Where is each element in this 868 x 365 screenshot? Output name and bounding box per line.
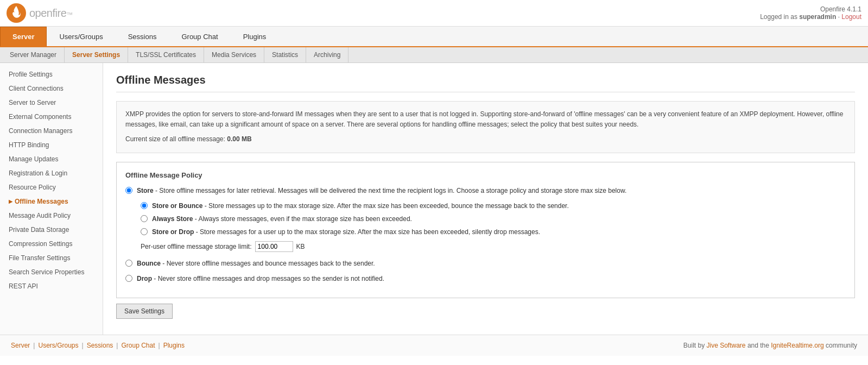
footer-links: Server | Users/Groups | Sessions | Group… <box>11 342 185 349</box>
ignite-realtime-link[interactable]: IgniteRealtime.org <box>771 342 823 349</box>
sub-option-row-store-or-bounce: Store or Bounce - Store messages up to t… <box>141 201 846 211</box>
sidebar-item-server-to-server[interactable]: Server to Server <box>0 96 103 110</box>
info-box: XMPP provides the option for servers to … <box>116 101 855 153</box>
option-bounce-label: Bounce - Never store offline messages an… <box>137 259 375 268</box>
logo-suffix: ™ <box>66 11 73 18</box>
option-bounce-desc: - Never store offline messages and bounc… <box>161 260 375 267</box>
description-text: XMPP provides the option for servers to … <box>125 109 846 130</box>
sidebar-item-connection-managers[interactable]: Connection Managers <box>0 124 103 138</box>
sub-option-store-or-bounce-label: Store or Bounce - Store messages up to t… <box>152 201 569 211</box>
sidebar-item-message-audit-policy[interactable]: Message Audit Policy <box>0 209 103 223</box>
footer-link-server[interactable]: Server <box>11 342 30 349</box>
current-size: Current size of all offline message: 0.0… <box>125 134 846 144</box>
sub-nav: Server Manager Server Settings TLS/SSL C… <box>0 47 868 63</box>
main-nav: Server Users/Groups Sessions Group Chat … <box>0 27 868 47</box>
footer: Server | Users/Groups | Sessions | Group… <box>0 335 868 356</box>
save-settings-button[interactable]: Save Settings <box>116 304 173 319</box>
nav-tab-server[interactable]: Server <box>0 27 47 46</box>
jive-software-link[interactable]: Jive Software <box>707 342 746 349</box>
sidebar-item-resource-policy[interactable]: Resource Policy <box>0 180 103 194</box>
sidebar-item-file-transfer-settings[interactable]: File Transfer Settings <box>0 251 103 265</box>
sidebar-item-rest-api[interactable]: REST API <box>0 279 103 293</box>
option-bounce-name: Bounce <box>137 260 161 267</box>
sub-option-always-store-desc: - Always store messages, even if the max… <box>193 215 412 223</box>
radio-bounce[interactable] <box>125 260 132 267</box>
option-drop-label: Drop - Never store offline messages and … <box>137 274 384 284</box>
logout-link[interactable]: Logout <box>841 13 861 21</box>
footer-sep-1: | <box>33 342 35 349</box>
sub-option-row-always-store: Always Store - Always store messages, ev… <box>141 214 846 224</box>
sidebar-item-manage-updates[interactable]: Manage Updates <box>0 152 103 166</box>
option-store-name: Store <box>137 187 154 194</box>
sub-nav-archiving[interactable]: Archiving <box>306 47 349 62</box>
community-label: community <box>826 342 857 349</box>
top-right-info: Openfire 4.1.1 Logged in as superadmin ·… <box>760 5 861 21</box>
radio-store[interactable] <box>125 187 132 194</box>
radio-always-store[interactable] <box>141 215 148 222</box>
storage-limit-row: Per-user offline message storage limit: … <box>141 241 846 252</box>
logo-area: openfire™ <box>7 3 73 23</box>
sub-nav-server-settings[interactable]: Server Settings <box>65 47 128 62</box>
radio-store-or-bounce[interactable] <box>141 202 148 209</box>
sidebar-item-registration-login[interactable]: Registration & Login <box>0 166 103 180</box>
option-row-drop: Drop - Never store offline messages and … <box>125 274 846 284</box>
content-area: Profile Settings Client Connections Serv… <box>0 63 868 335</box>
footer-right: Built by Jive Software and the IgniteRea… <box>683 342 857 349</box>
footer-link-users-groups[interactable]: Users/Groups <box>38 342 78 349</box>
option-drop-desc: - Never store offline messages and drop … <box>152 275 384 282</box>
sidebar-item-search-service-properties[interactable]: Search Service Properties <box>0 265 103 279</box>
sub-option-row-store-or-drop: Store or Drop - Store messages for a use… <box>141 227 846 237</box>
option-row-store: Store - Store offline messages for later… <box>125 186 846 196</box>
storage-limit-input[interactable] <box>255 241 293 252</box>
version-text: Openfire 4.1.1 <box>760 5 861 13</box>
sub-option-store-or-bounce-desc: - Store messages up to the max storage s… <box>202 202 568 210</box>
policy-box: Offline Message Policy Store - Store off… <box>116 162 855 298</box>
current-size-label: Current size of all offline message: <box>125 135 225 143</box>
option-drop-name: Drop <box>137 275 152 282</box>
sub-nav-server-manager[interactable]: Server Manager <box>2 47 65 62</box>
footer-link-sessions[interactable]: Sessions <box>87 342 113 349</box>
logo-name: openfire <box>29 7 66 19</box>
sub-option-always-store-name: Always Store <box>152 215 193 223</box>
nav-tab-plugins[interactable]: Plugins <box>231 27 279 46</box>
footer-sep-2: | <box>82 342 84 349</box>
sidebar-item-compression-settings[interactable]: Compression Settings <box>0 237 103 251</box>
logo-text: openfire™ <box>29 7 73 20</box>
sidebar: Profile Settings Client Connections Serv… <box>0 63 103 335</box>
sub-option-always-store-label: Always Store - Always store messages, ev… <box>152 214 412 224</box>
option-store-label: Store - Store offline messages for later… <box>137 186 626 196</box>
main-content: Offline Messages XMPP provides the optio… <box>103 63 868 335</box>
sub-options: Store or Bounce - Store messages up to t… <box>141 201 846 237</box>
sub-nav-tls-ssl[interactable]: TLS/SSL Certificates <box>128 47 204 62</box>
sidebar-item-private-data-storage[interactable]: Private Data Storage <box>0 223 103 237</box>
sub-option-store-or-drop-name: Store or Drop <box>152 228 194 236</box>
footer-sep-4: | <box>159 342 160 349</box>
sub-nav-statistics[interactable]: Statistics <box>264 47 306 62</box>
username: superadmin <box>799 13 836 21</box>
footer-link-plugins[interactable]: Plugins <box>163 342 185 349</box>
sidebar-item-http-binding[interactable]: HTTP Binding <box>0 138 103 152</box>
nav-tab-group-chat[interactable]: Group Chat <box>169 27 230 46</box>
radio-drop[interactable] <box>125 275 132 282</box>
sub-option-store-or-drop-label: Store or Drop - Store messages for a use… <box>152 227 540 237</box>
sub-nav-media-services[interactable]: Media Services <box>204 47 264 62</box>
sidebar-item-client-connections[interactable]: Client Connections <box>0 81 103 96</box>
sidebar-item-external-components[interactable]: External Components <box>0 110 103 124</box>
page-title: Offline Messages <box>116 74 855 92</box>
logged-in-label: Logged in as <box>760 13 797 21</box>
nav-tab-sessions[interactable]: Sessions <box>116 27 169 46</box>
footer-link-group-chat[interactable]: Group Chat <box>121 342 155 349</box>
storage-limit-unit: KB <box>296 243 305 250</box>
built-by-label: Built by <box>683 342 705 349</box>
policy-box-title: Offline Message Policy <box>125 171 846 179</box>
radio-store-or-drop[interactable] <box>141 228 148 235</box>
current-size-value: 0.00 MB <box>227 135 251 143</box>
footer-sep-3: | <box>116 342 118 349</box>
sub-option-store-or-bounce-name: Store or Bounce <box>152 202 202 210</box>
sidebar-item-profile-settings[interactable]: Profile Settings <box>0 67 103 81</box>
sidebar-item-offline-messages[interactable]: Offline Messages <box>0 194 103 209</box>
nav-tab-users-groups[interactable]: Users/Groups <box>47 27 115 46</box>
logo-icon <box>7 3 26 23</box>
top-bar: openfire™ Openfire 4.1.1 Logged in as su… <box>0 0 868 27</box>
login-info: Logged in as superadmin · Logout <box>760 13 861 21</box>
